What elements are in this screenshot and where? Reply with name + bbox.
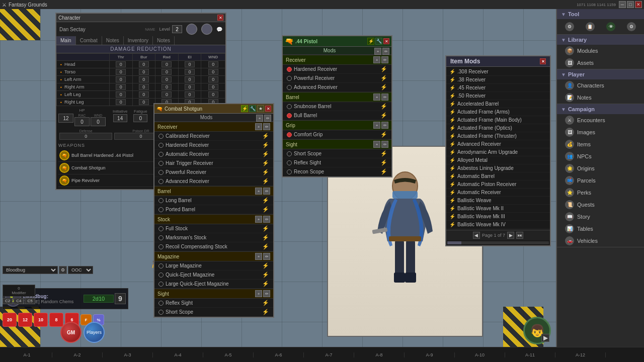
sidebar-item-modules[interactable]: 📦 Modules [557,45,644,57]
page-prev-btn[interactable]: ◀ [473,232,480,239]
sight-add-btn[interactable]: + [255,290,262,297]
mod-name-9[interactable]: Actuated Frame (Thruster) [457,133,517,139]
chat-dropdown[interactable]: Bloodbug [3,266,58,274]
leftleg-el[interactable] [178,91,201,99]
mod-name-19[interactable]: Ballistic Weave Mk III [457,214,505,219]
nav-arrow-right[interactable]: ▶ [541,334,549,342]
ooc-dropdown[interactable]: OOC [68,266,93,274]
die-d12[interactable]: 12 [18,313,32,327]
sidebar-item-images[interactable]: 🖼 Images [557,126,644,138]
pistol-mod-icon[interactable]: 🔧 [375,38,382,45]
leftarm-bur[interactable] [132,76,155,83]
sidebar-item-tables[interactable]: 📊 Tables [557,223,644,235]
mod-name-12[interactable]: Alloyed Metal [457,157,488,163]
pistol-reflex-radio[interactable] [287,160,292,165]
barrel-add-btn[interactable]: + [255,188,262,195]
hair-trigger-lightning[interactable]: ⚡ [262,160,269,166]
die-d20[interactable]: 20 [3,313,17,327]
mod-name-16[interactable]: Automatic Receiver [457,190,501,195]
shotgun-mod-icon[interactable]: 🔧 [249,105,256,112]
campaign-header[interactable]: ▼ Campaign [557,104,644,114]
torso-bur[interactable] [132,68,155,76]
rightarm-rad[interactable] [155,83,179,91]
page-next-btn[interactable]: ▶ [507,232,514,239]
chat-settings-btn[interactable]: ⚙ [59,266,67,274]
mod-name-10[interactable]: Advanced Receiver [457,141,501,147]
library-header[interactable]: ▼ Library [557,35,644,45]
pistol-barrel-add[interactable]: + [373,94,380,101]
shotgun-equip-icon[interactable]: ★ [257,105,264,112]
pistol-powerful-radio[interactable] [287,76,292,81]
mods-edit-btn[interactable]: ✏ [264,115,271,122]
fatigue-value[interactable]: 0 [133,114,147,122]
torso-wnd[interactable] [201,68,225,76]
head-el[interactable] [178,61,201,68]
pistol-advanced-radio[interactable] [287,85,292,90]
powerful-radio-shotgun[interactable] [158,170,164,175]
mod-name-20[interactable]: Ballistic Weave Mk IV [457,222,506,227]
pistol-advanced-lightning[interactable]: ⚡ [380,84,387,90]
pistol-short-scope-radio[interactable] [287,151,292,156]
receiver-add-btn[interactable]: + [255,123,262,130]
long-barrel-radio[interactable] [158,198,164,203]
marksman-stock-lightning[interactable]: ⚡ [262,234,269,241]
hardened-radio-shotgun[interactable] [158,143,164,148]
gm-button[interactable]: GM [60,322,82,343]
torso-rad[interactable] [155,68,179,76]
large-magazine-radio[interactable] [158,263,164,268]
large-quick-eject-radio[interactable] [158,282,164,287]
magazine-add-btn[interactable]: + [255,253,262,260]
pistol-powerful-lightning[interactable]: ⚡ [380,75,387,81]
mod-name-3[interactable]: .45 Receiver [457,85,486,90]
quick-eject-radio[interactable] [158,273,164,278]
hair-trigger-radio[interactable] [158,161,164,166]
short-scope-lightning-shotgun[interactable]: ⚡ [262,309,269,315]
sidebar-item-story[interactable]: 📖 Story [557,211,644,223]
mod-name-18[interactable]: Ballistic Weave Mk II [457,206,504,211]
mod-name-5[interactable]: Accelerated Barrel [457,101,499,107]
pistol-snubnose-lightning[interactable]: ⚡ [380,103,387,110]
automatic-radio[interactable] [158,152,164,157]
shotgun-active-icon[interactable]: ⚡ [241,105,248,112]
pistol-comfort-lightning[interactable]: ⚡ [380,131,387,138]
tab-inventory[interactable]: Inventory [124,36,153,45]
ported-barrel-lightning[interactable]: ⚡ [262,206,269,213]
full-stock-radio[interactable] [158,226,164,231]
sidebar-item-origins[interactable]: 🌟 Origins [557,162,644,174]
mod-name-6[interactable]: Actuated Frame (Arms) [457,109,510,115]
ported-barrel-radio[interactable] [158,207,164,212]
pistol-snubnose-radio[interactable] [287,104,292,109]
char-panel-close[interactable]: ✕ [217,15,223,21]
sidebar-item-parcels[interactable]: 📫 Parcels [557,174,644,187]
mod-name-8[interactable]: Actuated Frame (Optics) [457,125,512,131]
mod-name-2[interactable]: .38 Receiver [457,77,486,82]
pistol-receiver-add[interactable]: + [373,56,380,63]
hp-rac[interactable]: 0 [74,117,90,126]
close-button[interactable]: ✕ [635,1,642,8]
pistol-bull-lightning[interactable]: ⚡ [380,112,387,119]
leftleg-rad[interactable] [155,91,179,99]
sidebar-item-characters[interactable]: 👤 Characters [557,79,644,92]
rightleg-thr[interactable] [109,99,132,106]
pistol-active-icon[interactable]: ⚡ [367,38,374,45]
leftleg-wnd[interactable] [201,91,225,99]
large-quick-eject-lightning[interactable]: ⚡ [262,281,269,287]
c2-button[interactable]: C2 [3,298,13,304]
c4-button[interactable]: C4 [14,298,24,304]
pistol-hardened-lightning[interactable]: ⚡ [380,66,387,72]
mod-name-11[interactable]: Aerodynamic Arm Upgrade [457,149,518,155]
quick-eject-lightning[interactable]: ⚡ [262,272,269,278]
char-avatar-2[interactable] [201,24,212,35]
sidebar-item-notes[interactable]: 📝 Notes [557,92,644,104]
leftarm-wnd[interactable] [201,76,225,83]
pistol-grip-add[interactable]: + [373,122,380,129]
rightarm-wnd[interactable] [201,83,225,91]
reflex-sight-radio-shotgun[interactable] [158,301,164,306]
maximize-button[interactable]: □ [627,1,634,8]
large-magazine-lightning[interactable]: ⚡ [262,262,269,269]
leftleg-bur[interactable] [132,91,155,99]
full-stock-lightning[interactable]: ⚡ [262,225,269,232]
rightarm-thr[interactable] [109,83,132,91]
receiver-edit-btn[interactable]: ✏ [263,123,270,130]
reflex-sight-lightning-shotgun[interactable]: ⚡ [262,300,269,306]
